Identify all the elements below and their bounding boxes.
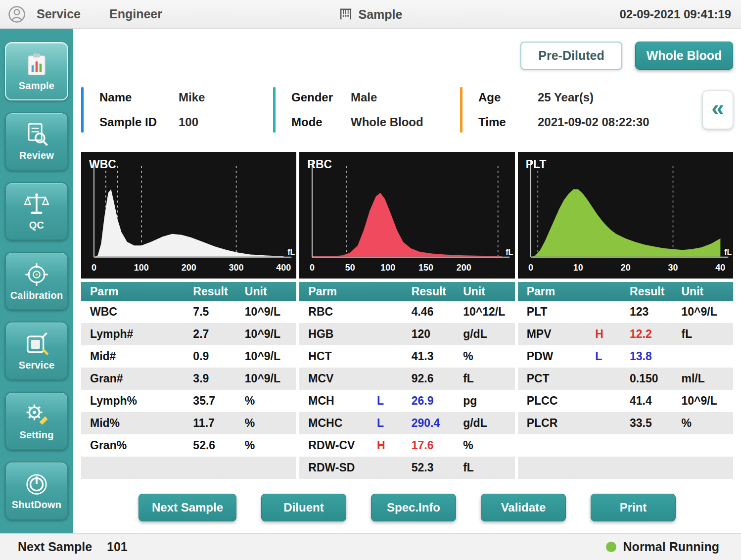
cell-unit: fL	[463, 372, 514, 385]
cell-result: 12.2	[630, 327, 681, 341]
sidebar-item-sample[interactable]: Sample	[5, 42, 68, 100]
status-indicator-dot	[606, 542, 616, 552]
validate-button[interactable]: Validate	[481, 494, 566, 521]
cell-unit: fL	[681, 327, 733, 341]
svg-text:fL: fL	[287, 248, 295, 256]
menu-engineer[interactable]: Engineer	[109, 7, 162, 21]
name-label: Name	[99, 86, 179, 109]
table-row: Lymph#2.710^9/L	[81, 323, 296, 345]
rbc-histogram: RBC 050100150200fL	[299, 152, 514, 279]
cell-result: 4.46	[412, 305, 463, 319]
svg-text:fL: fL	[724, 248, 732, 256]
top-bar: Service Engineer Sample 02-09-2021 09:41…	[0, 0, 741, 29]
cell-unit: %	[245, 394, 296, 408]
time-value: 2021-09-02 08:22:30	[538, 111, 649, 134]
plt-histogram: PLT 010203040fL	[518, 152, 733, 279]
cell-parm: MPV	[518, 327, 596, 341]
cell-unit: %	[245, 417, 296, 430]
sample-id-label: Sample ID	[99, 111, 179, 134]
cell-parm: MCH	[299, 394, 377, 408]
mode-value: Whole Blood	[351, 111, 423, 134]
table-row: PCT0.150ml/L	[518, 368, 733, 390]
rbc-results-table: ParmResultUnitRBC4.4610^12/LHGB120g/dLHC…	[299, 282, 514, 479]
cell-result: 52.6	[193, 439, 244, 452]
column-header: Result	[630, 285, 681, 298]
svg-text:0: 0	[310, 263, 315, 273]
column-header: Parm	[518, 285, 630, 298]
cell-parm: HCT	[299, 350, 377, 363]
main-content: Pre-Diluted Whole Blood Name Sample ID M…	[73, 29, 741, 533]
calibration-icon	[23, 262, 50, 287]
cell-result: 52.3	[412, 461, 463, 474]
svg-text:100: 100	[381, 263, 396, 273]
wbc-results-table: ParmResultUnitWBC7.510^9/LLymph#2.710^9/…	[81, 282, 296, 479]
cell-result: 2.7	[193, 327, 244, 341]
sidebar-item-label: Service	[19, 360, 55, 370]
column-header: Unit	[245, 285, 296, 298]
pre-diluted-button[interactable]: Pre-Diluted	[520, 42, 622, 70]
results-tables: ParmResultUnitWBC7.510^9/LLymph#2.710^9/…	[81, 282, 733, 479]
cell-parm: MCV	[299, 372, 377, 385]
cell-parm: PLT	[518, 305, 596, 319]
cell-result: 33.5	[630, 417, 681, 430]
spec-info-button[interactable]: Spec.Info	[371, 494, 456, 521]
cell-parm: Lymph%	[81, 394, 159, 408]
cell-result: 290.4	[412, 417, 463, 430]
cell-parm: Mid#	[81, 350, 159, 363]
patient-info: Name Sample ID Mike 100 Gender Mode Male…	[81, 84, 733, 136]
table-row: RBC4.4610^12/L	[299, 301, 514, 323]
cell-parm: Lymph#	[81, 327, 159, 341]
table-row	[518, 457, 733, 479]
double-chevron-left-icon: «	[711, 94, 724, 121]
plt-results-table: ParmResultUnitPLT12310^9/LMPVH12.2fLPDWL…	[518, 282, 733, 479]
sample-id-value: 100	[179, 111, 205, 134]
setting-icon	[23, 402, 50, 426]
sidebar-item-label: Calibration	[10, 290, 63, 300]
cell-unit: 10^9/L	[681, 394, 733, 408]
cell-unit: 10^9/L	[245, 327, 296, 341]
cell-unit: ml/L	[681, 372, 733, 385]
whole-blood-button[interactable]: Whole Blood	[635, 42, 733, 70]
cell-flag: L	[377, 394, 412, 408]
wbc-chart-title: WBC	[89, 158, 116, 171]
column-header: Result	[193, 285, 244, 298]
name-value: Mike	[179, 86, 205, 109]
sidebar-item-calibration[interactable]: Calibration	[5, 252, 68, 310]
cell-parm: Mid%	[81, 417, 159, 430]
collapse-panel-button[interactable]: «	[702, 91, 733, 129]
svg-text:20: 20	[620, 263, 630, 273]
sidebar-item-shutdown[interactable]: ShutDown	[5, 462, 68, 520]
menu-service[interactable]: Service	[37, 7, 81, 21]
diluent-button[interactable]: Diluent	[261, 494, 346, 521]
column-header: Parm	[299, 285, 411, 298]
table-row: Gran#3.910^9/L	[81, 368, 296, 390]
table-row: RDW-CVH17.6%	[299, 434, 514, 457]
svg-text:400: 400	[276, 263, 291, 273]
svg-text:0: 0	[528, 263, 533, 273]
sidebar-item-review[interactable]: Review	[5, 112, 68, 171]
cell-result: 120	[412, 327, 463, 341]
cell-parm: PDW	[518, 350, 596, 363]
cell-unit: pg	[463, 394, 514, 408]
table-row: MCHCL290.4g/dL	[299, 412, 514, 434]
table-row: Mid#0.910^9/L	[81, 345, 296, 368]
table-header: ParmResultUnit	[81, 282, 296, 301]
sidebar-item-label: QC	[29, 220, 44, 230]
review-icon	[23, 122, 50, 147]
svg-text:30: 30	[668, 263, 678, 273]
qc-icon	[23, 192, 50, 217]
patient-group-identity: Name Sample ID Mike 100	[81, 84, 273, 136]
next-sample-value: 101	[107, 540, 128, 554]
histograms: WBC 0100200300400fL RBC 050100150200fL P…	[81, 152, 733, 279]
user-icon	[8, 5, 26, 23]
sidebar-item-qc[interactable]: QC	[5, 182, 68, 240]
sidebar-item-setting[interactable]: Setting	[5, 392, 68, 450]
svg-text:fL: fL	[506, 248, 513, 256]
print-button[interactable]: Print	[591, 494, 676, 521]
cell-parm: MCHC	[299, 417, 377, 430]
svg-text:200: 200	[182, 263, 196, 273]
table-row: RDW-SD52.3fL	[299, 457, 514, 479]
next-sample-button[interactable]: Next Sample	[139, 494, 236, 521]
page-title: Sample	[359, 7, 403, 22]
sidebar-item-service[interactable]: Service	[5, 322, 68, 380]
